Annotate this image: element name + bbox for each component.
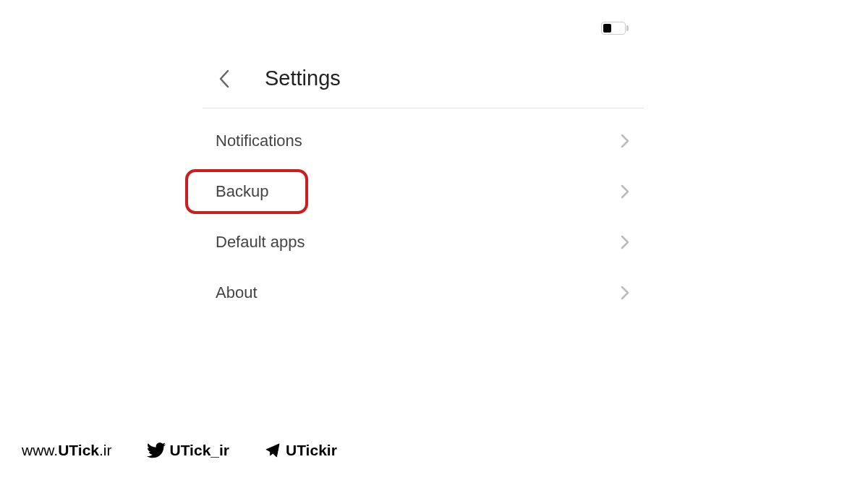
footer-telegram: UTickir <box>264 442 337 459</box>
menu-item-notifications[interactable]: Notifications <box>203 116 644 166</box>
battery-fill <box>603 24 611 33</box>
chevron-right-icon <box>621 134 629 148</box>
website-prefix: www. <box>22 442 58 458</box>
menu-label: Backup <box>216 182 268 201</box>
menu-label: Default apps <box>216 233 305 252</box>
menu-list: Notifications Backup Default apps <box>203 108 644 318</box>
website-main: UTick <box>58 442 99 458</box>
twitter-handle: UTick_ir <box>170 442 230 459</box>
footer-attribution: www.UTick.ir UTick_ir UTickir <box>22 442 337 459</box>
menu-label: About <box>216 283 258 302</box>
chevron-right-icon <box>621 235 629 249</box>
settings-panel: Settings Notifications Backup Default ap… <box>203 58 644 318</box>
chevron-right-icon <box>621 184 629 199</box>
page-title: Settings <box>265 67 341 90</box>
menu-item-backup[interactable]: Backup <box>203 166 644 217</box>
settings-header: Settings <box>203 58 644 108</box>
footer-twitter: UTick_ir <box>147 442 230 459</box>
telegram-handle: UTickir <box>286 442 337 459</box>
menu-label: Notifications <box>216 132 302 150</box>
telegram-icon <box>264 442 281 458</box>
chevron-left-icon <box>218 69 231 89</box>
footer-website: www.UTick.ir <box>22 442 112 459</box>
menu-item-about[interactable]: About <box>203 267 644 318</box>
status-bar <box>601 22 626 35</box>
battery-icon <box>601 22 626 35</box>
back-button[interactable] <box>213 67 236 90</box>
twitter-icon <box>147 442 166 458</box>
menu-item-default-apps[interactable]: Default apps <box>203 217 644 267</box>
website-suffix: .ir <box>99 442 112 458</box>
chevron-right-icon <box>621 286 629 300</box>
